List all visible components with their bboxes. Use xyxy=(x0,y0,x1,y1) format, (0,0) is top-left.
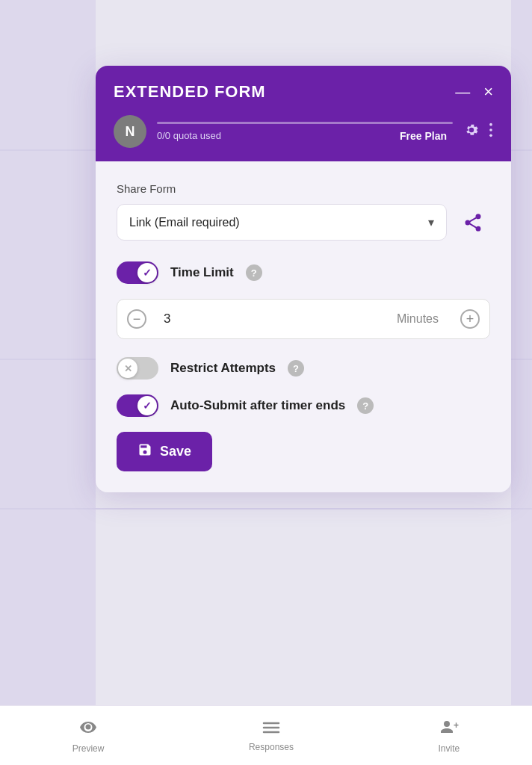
check-icon: ✓ xyxy=(143,267,152,279)
bottom-nav: Preview Responses + Invite xyxy=(0,705,532,765)
modal: EXTENDED FORM — × N 0/0 quota used Free … xyxy=(96,66,511,492)
responses-icon xyxy=(262,719,280,739)
time-value-input[interactable]: 3 xyxy=(156,301,397,337)
time-increase-button[interactable]: + xyxy=(451,300,489,338)
auto-submit-row: ✓ Auto-Submit after timer ends ? xyxy=(117,394,490,417)
x-icon: ✕ xyxy=(124,363,132,374)
share-form-label: Share Form xyxy=(117,182,490,195)
auto-submit-toggle-thumb: ✓ xyxy=(137,396,157,415)
chevron-down-icon: ▾ xyxy=(428,215,434,229)
time-input-row: − 3 Minutes + xyxy=(117,299,490,339)
svg-point-0 xyxy=(489,123,492,126)
share-dropdown-text: Link (Email required) xyxy=(129,216,240,229)
auto-submit-help-icon[interactable]: ? xyxy=(357,397,374,414)
header-icons xyxy=(463,122,493,142)
restrict-attempts-toggle-thumb: ✕ xyxy=(118,359,137,378)
plan-text: Free Plan xyxy=(400,130,447,142)
header-controls: — × xyxy=(455,82,493,102)
save-icon xyxy=(137,442,152,461)
save-button[interactable]: Save xyxy=(117,432,212,471)
auto-submit-label: Auto-Submit after timer ends xyxy=(170,398,345,413)
share-icon xyxy=(463,212,483,233)
time-decrease-button[interactable]: − xyxy=(117,300,156,338)
share-row: Link (Email required) ▾ xyxy=(117,204,490,241)
quota-section: 0/0 quota used Free Plan xyxy=(157,122,453,142)
time-limit-help-icon[interactable]: ? xyxy=(246,264,262,281)
nav-preview-label: Preview xyxy=(72,743,105,754)
check-icon: ✓ xyxy=(143,400,152,412)
quota-plan-row xyxy=(157,122,453,127)
share-dropdown[interactable]: Link (Email required) ▾ xyxy=(117,204,447,241)
svg-point-1 xyxy=(489,128,492,131)
share-button[interactable] xyxy=(456,205,490,240)
svg-text:+: + xyxy=(454,720,459,731)
header-bottom: N 0/0 quota used Free Plan xyxy=(114,115,493,148)
restrict-attempts-label: Restrict Attempts xyxy=(170,361,276,376)
auto-submit-toggle[interactable]: ✓ xyxy=(117,394,158,417)
time-limit-label: Time Limit xyxy=(170,265,234,280)
restrict-attempts-help-icon[interactable]: ? xyxy=(288,360,304,377)
nav-responses-label: Responses xyxy=(249,742,294,752)
minus-icon: − xyxy=(127,309,146,329)
time-limit-toggle[interactable]: ✓ xyxy=(117,261,158,284)
time-limit-toggle-thumb: ✓ xyxy=(137,263,157,282)
restrict-attempts-toggle[interactable]: ✕ xyxy=(117,357,158,380)
settings-icon[interactable] xyxy=(463,122,480,142)
plus-icon: + xyxy=(460,309,480,329)
bg-line xyxy=(0,508,532,510)
header-top: EXTENDED FORM — × xyxy=(114,82,493,102)
modal-body: Share Form Link (Email required) ▾ ✓ Tim… xyxy=(96,161,511,492)
quota-text: 0/0 quota used xyxy=(157,130,221,142)
avatar: N xyxy=(114,115,146,148)
quota-bar-track xyxy=(157,122,453,124)
close-button[interactable]: × xyxy=(483,82,493,102)
nav-invite-label: Invite xyxy=(439,743,460,754)
invite-icon: + xyxy=(439,718,460,740)
nav-item-preview[interactable]: Preview xyxy=(72,718,105,754)
svg-point-3 xyxy=(86,724,91,729)
nav-item-responses[interactable]: Responses xyxy=(249,719,294,752)
modal-header: EXTENDED FORM — × N 0/0 quota used Free … xyxy=(96,66,511,161)
restrict-attempts-row: ✕ Restrict Attempts ? xyxy=(117,357,490,380)
nav-item-invite[interactable]: + Invite xyxy=(439,718,460,754)
app-title: EXTENDED FORM xyxy=(114,82,266,102)
svg-point-2 xyxy=(489,134,492,137)
save-label: Save xyxy=(160,444,191,459)
more-options-icon[interactable] xyxy=(489,122,493,142)
svg-point-7 xyxy=(444,721,450,727)
time-limit-row: ✓ Time Limit ? xyxy=(117,261,490,284)
preview-icon xyxy=(79,718,97,740)
minimize-button[interactable]: — xyxy=(455,84,470,99)
time-unit-label: Minutes xyxy=(397,312,451,326)
